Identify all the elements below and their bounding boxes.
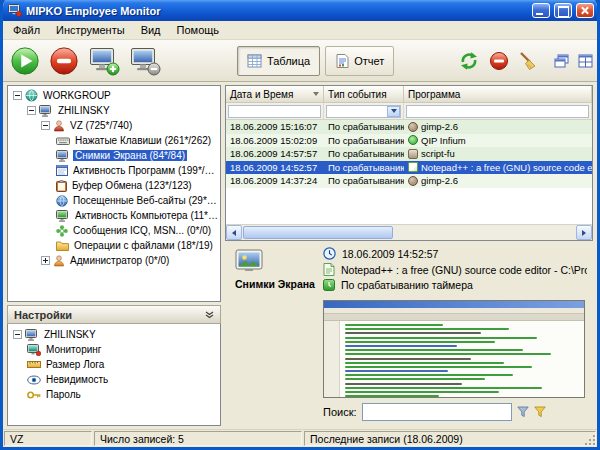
- refresh-button[interactable]: [456, 48, 482, 74]
- clock-icon: [323, 247, 336, 260]
- add-computer-button[interactable]: [86, 44, 122, 78]
- settings-section-header[interactable]: Настройки: [7, 305, 221, 324]
- column-header-datetime[interactable]: Дата и Время: [226, 86, 324, 103]
- datetime-filter-cell[interactable]: [226, 103, 324, 119]
- report-view-button[interactable]: Отчет: [325, 46, 394, 76]
- column-label: Тип события: [328, 89, 387, 100]
- gimp-icon: [408, 176, 418, 186]
- collapse-icon[interactable]: [27, 106, 36, 115]
- start-monitoring-button[interactable]: [8, 44, 42, 78]
- table-view-button[interactable]: Таблица: [237, 46, 320, 76]
- menu-bar: Файл Инструменты Вид Помощь: [3, 21, 597, 40]
- timer-event-icon: [323, 279, 335, 291]
- table-view-label: Таблица: [267, 55, 310, 67]
- column-header-event-type[interactable]: Тип события: [324, 86, 404, 103]
- tree-node-screenshots[interactable]: Снимки Экрана (84*/84): [8, 148, 220, 163]
- resize-grip[interactable]: [584, 434, 596, 446]
- horizontal-scrollbar[interactable]: [226, 224, 592, 240]
- settings-node-log-size[interactable]: Размер Лога: [8, 357, 220, 372]
- stop-monitoring-button[interactable]: [47, 44, 81, 78]
- maximize-button[interactable]: [554, 3, 572, 18]
- table-row[interactable]: 18.06.2009 15:16:07 По срабатыванию т...…: [226, 120, 592, 134]
- tree-node-computer[interactable]: ZHILINSKY: [8, 103, 220, 118]
- settings-node-invisibility[interactable]: Невидимость: [8, 372, 220, 387]
- menu-file[interactable]: Файл: [5, 22, 48, 38]
- right-panel: Дата и Время Тип события Программа 18.06…: [225, 85, 593, 426]
- tree-node-program-activity[interactable]: Активность Программ (199*/211): [8, 163, 220, 178]
- notepad-plus-plus-icon: [408, 162, 418, 172]
- notepad-plus-plus-icon: [323, 263, 335, 276]
- detail-datetime-text: 18.06.2009 14:52:57: [342, 248, 438, 260]
- tree-node-clipboard[interactable]: Буфер Обмена (123*/123): [8, 178, 220, 193]
- tree-node-keystrokes[interactable]: Нажатые Клавиши (261*/262): [8, 133, 220, 148]
- settings-tree: ZHILINSKY Мониторинг Размер Лога Невидим…: [7, 324, 221, 426]
- messages-icon: [56, 225, 68, 237]
- table-row[interactable]: 18.06.2009 14:57:57 По срабатыванию т...…: [226, 147, 592, 161]
- settings-node-computer[interactable]: ZHILINSKY: [8, 327, 220, 342]
- titlebar[interactable]: MIPKO Employee Monitor: [3, 0, 597, 21]
- tree-node-label: Снимки Экрана (84*/84): [73, 150, 187, 161]
- window-title: MIPKO Employee Monitor: [26, 5, 528, 17]
- tree-node-messages[interactable]: Сообщения ICQ, MSN... (0*/0): [8, 223, 220, 238]
- table-row[interactable]: 18.06.2009 15:02:09 По срабатыванию т...…: [226, 134, 592, 148]
- scroll-right-button[interactable]: [576, 225, 592, 240]
- tree-node-computer-activity[interactable]: Активность Компьютера (11*/12): [8, 208, 220, 223]
- programs-icon: [56, 165, 68, 176]
- collapse-icon[interactable]: [13, 91, 22, 100]
- detail-program-line: Notepad++ : a free (GNU) source code edi…: [323, 263, 587, 276]
- tree-node-label: Активность Компьютера (11*/12): [73, 210, 220, 221]
- scrollbar-thumb[interactable]: [243, 226, 393, 239]
- monitoring-icon: [27, 344, 41, 356]
- tree-node-user[interactable]: VZ (725*/740): [8, 118, 220, 133]
- scrollbar-track[interactable]: [242, 225, 576, 240]
- expand-icon[interactable]: [41, 256, 50, 265]
- settings-node-password[interactable]: Пароль: [8, 387, 220, 402]
- remove-computer-button[interactable]: [127, 44, 163, 78]
- script-fu-icon: [408, 149, 418, 159]
- sort-desc-icon: [313, 92, 319, 96]
- tree-node-label: Сообщения ICQ, MSN... (0*/0): [71, 225, 213, 236]
- cell-program: gimp-2.6: [404, 121, 592, 132]
- gimp-icon: [408, 122, 418, 132]
- dropdown-arrow-icon[interactable]: [387, 106, 400, 117]
- program-filter-cell[interactable]: [404, 103, 592, 119]
- close-button[interactable]: [576, 3, 594, 18]
- tree-node-websites[interactable]: Посещенные Веб-сайты (29*/29): [8, 193, 220, 208]
- menu-help[interactable]: Помощь: [169, 22, 228, 38]
- computers-tree: WORKGROUP ZHILINSKY VZ (725*/740) Нажаты…: [7, 85, 221, 302]
- search-label: Поиск:: [323, 406, 357, 418]
- filter-settings-icon[interactable]: [534, 406, 546, 418]
- thumbnail-toolbar: [324, 314, 584, 321]
- tree-node-file-operations[interactable]: Операции с файлами (18*/19): [8, 238, 220, 253]
- clear-log-button[interactable]: [516, 48, 542, 74]
- menu-view[interactable]: Вид: [133, 22, 169, 38]
- cell-event-type: По срабатыванию т...: [324, 148, 404, 159]
- tree-node-label: VZ (725*/740): [68, 120, 134, 131]
- filter-icon[interactable]: [517, 406, 529, 418]
- table-row[interactable]: 18.06.2009 14:37:24 По срабатыванию т...…: [226, 174, 592, 188]
- computer-icon: [39, 105, 53, 117]
- tree-node-label: ZHILINSKY: [56, 105, 112, 116]
- collapse-icon[interactable]: [13, 330, 22, 339]
- event-type-filter-cell[interactable]: [324, 103, 404, 119]
- tree-node-admin[interactable]: Администратор (0*/0): [8, 253, 220, 268]
- collapse-icon[interactable]: [41, 121, 50, 130]
- minimize-button[interactable]: [532, 3, 550, 18]
- user-icon: [53, 120, 65, 132]
- section-label: Снимки Экрана: [235, 278, 323, 290]
- search-input[interactable]: [362, 403, 512, 421]
- column-header-program[interactable]: Программа: [404, 86, 592, 103]
- cell-datetime: 18.06.2009 14:37:24: [226, 175, 324, 186]
- table-row-selected[interactable]: 18.06.2009 14:52:57 По срабатыванию т...…: [226, 161, 592, 175]
- tree-node-workgroup[interactable]: WORKGROUP: [8, 88, 220, 103]
- screenshot-thumbnail[interactable]: [323, 300, 585, 398]
- settings-node-monitoring[interactable]: Мониторинг: [8, 342, 220, 357]
- tree-node-label: Буфер Обмена (123*/123): [70, 180, 194, 191]
- tree-node-label: Размер Лога: [44, 359, 106, 370]
- tile-windows-button[interactable]: [576, 52, 595, 70]
- delete-record-button[interactable]: [487, 49, 511, 73]
- tree-node-label: ZHILINSKY: [42, 329, 98, 340]
- menu-tools[interactable]: Инструменты: [48, 22, 133, 38]
- scroll-left-button[interactable]: [226, 225, 242, 240]
- cascade-windows-button[interactable]: [552, 52, 571, 70]
